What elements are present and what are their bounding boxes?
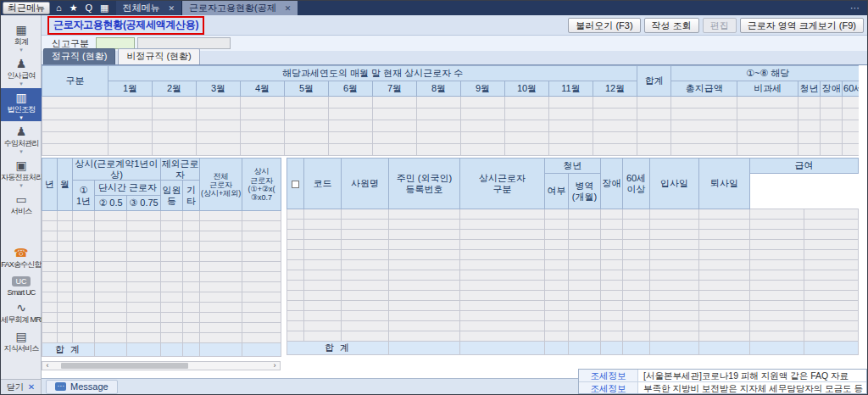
grid-cell[interactable] bbox=[569, 209, 601, 220]
grid-cell[interactable] bbox=[200, 313, 242, 323]
grid-cell[interactable] bbox=[804, 291, 859, 301]
grid-cell[interactable] bbox=[545, 209, 569, 220]
grid-cell[interactable] bbox=[750, 230, 804, 240]
grid-cell[interactable] bbox=[58, 292, 73, 303]
grid-cell[interactable] bbox=[304, 331, 342, 342]
grid-cell[interactable] bbox=[73, 221, 95, 231]
grid-cell[interactable] bbox=[545, 321, 569, 331]
grid-cell[interactable] bbox=[623, 240, 650, 250]
grid-cell[interactable] bbox=[460, 220, 545, 230]
grid-cell[interactable] bbox=[637, 132, 671, 144]
grid-cell[interactable] bbox=[304, 230, 342, 240]
grid-cell[interactable] bbox=[843, 120, 859, 132]
grid-cell[interactable] bbox=[242, 231, 281, 242]
grid-cell[interactable] bbox=[127, 303, 161, 313]
grid-cell[interactable] bbox=[389, 331, 460, 342]
close-icon[interactable]: ✕ bbox=[169, 4, 175, 13]
grid-cell[interactable] bbox=[601, 331, 623, 342]
grid-cell[interactable] bbox=[623, 209, 650, 220]
grid-cell[interactable] bbox=[804, 301, 859, 311]
grid-cell[interactable] bbox=[197, 108, 241, 120]
grid-cell[interactable] bbox=[342, 321, 389, 331]
grid-cell[interactable] bbox=[593, 144, 637, 156]
grid-cell[interactable] bbox=[601, 270, 623, 281]
grid-cell[interactable] bbox=[650, 260, 699, 270]
grid-cell[interactable] bbox=[569, 301, 601, 311]
grid-cell[interactable] bbox=[42, 303, 58, 313]
grid-cell[interactable] bbox=[389, 281, 460, 291]
grid-cell[interactable] bbox=[285, 108, 329, 120]
grid-cell[interactable] bbox=[200, 323, 242, 333]
grid-cell[interactable] bbox=[798, 144, 821, 156]
grid-cell[interactable] bbox=[108, 108, 153, 120]
grid-cell[interactable] bbox=[699, 240, 750, 250]
grid-cell[interactable] bbox=[200, 231, 242, 242]
grid-cell[interactable] bbox=[287, 250, 304, 260]
grid-cell[interactable] bbox=[650, 291, 699, 301]
grid-cell[interactable] bbox=[750, 331, 804, 342]
grid-cell[interactable] bbox=[671, 97, 737, 108]
grid-cell[interactable] bbox=[241, 97, 285, 108]
grid-cell[interactable] bbox=[671, 132, 737, 144]
grid-cell[interactable] bbox=[304, 209, 342, 220]
grid-cell[interactable] bbox=[637, 120, 671, 132]
grid-cell[interactable] bbox=[285, 132, 329, 144]
grid-cell[interactable] bbox=[183, 221, 200, 231]
grid-cell[interactable] bbox=[304, 291, 342, 301]
grid-cell[interactable] bbox=[737, 120, 798, 132]
grid-cell[interactable] bbox=[601, 260, 623, 270]
grid-cell[interactable] bbox=[798, 132, 821, 144]
grid-cell[interactable] bbox=[153, 120, 197, 132]
grid-cell[interactable] bbox=[42, 231, 58, 242]
grid-cell[interactable] bbox=[650, 250, 699, 260]
sidebar-item-서비스[interactable]: ▭서비스 bbox=[1, 190, 42, 218]
grid-cell[interactable] bbox=[200, 272, 242, 282]
grid-cell[interactable] bbox=[183, 252, 200, 262]
grid-cell[interactable] bbox=[373, 144, 417, 156]
grid-cell[interactable] bbox=[241, 132, 285, 144]
grid-cell[interactable] bbox=[601, 311, 623, 321]
grid-cell[interactable] bbox=[95, 323, 127, 333]
grid-cell[interactable] bbox=[737, 108, 798, 120]
grid-cell[interactable] bbox=[58, 242, 73, 252]
grid-cell[interactable] bbox=[58, 211, 73, 221]
grid-cell[interactable] bbox=[197, 97, 241, 108]
sidebar-item-수임처관리[interactable]: ♟수임처관리▾ bbox=[1, 122, 42, 155]
grid-cell[interactable] bbox=[161, 272, 183, 282]
grid-cell[interactable] bbox=[569, 270, 601, 281]
grid-cell[interactable] bbox=[623, 331, 650, 342]
grid-cell[interactable] bbox=[42, 108, 108, 120]
grid-cell[interactable] bbox=[242, 211, 281, 221]
sidebar-item-인사급여[interactable]: ♟인사급여▾ bbox=[1, 54, 42, 87]
grid-cell[interactable] bbox=[505, 97, 549, 108]
grid-cell[interactable] bbox=[73, 262, 95, 272]
tab-regular-status[interactable]: 정규직 (현황) bbox=[43, 48, 115, 64]
grid-cell[interactable] bbox=[549, 132, 593, 144]
grid-cell[interactable] bbox=[242, 242, 281, 252]
grid-cell[interactable] bbox=[108, 120, 153, 132]
grid-cell[interactable] bbox=[342, 250, 389, 260]
grid-cell[interactable] bbox=[287, 230, 304, 240]
grid-cell[interactable] bbox=[750, 240, 804, 250]
grid-cell[interactable] bbox=[699, 291, 750, 301]
grid-cell[interactable] bbox=[650, 321, 699, 331]
scroll-left-icon[interactable]: ‹ bbox=[42, 362, 53, 370]
grid-cell[interactable] bbox=[545, 260, 569, 270]
grid-cell[interactable] bbox=[750, 281, 804, 291]
grid-cell[interactable] bbox=[42, 132, 108, 144]
grid-cell[interactable] bbox=[329, 97, 373, 108]
grid-cell[interactable] bbox=[42, 144, 108, 156]
grid-cell[interactable] bbox=[304, 311, 342, 321]
recent-menu-button[interactable]: 최근메뉴 bbox=[3, 2, 50, 14]
grid-cell[interactable] bbox=[287, 291, 304, 301]
grid-cell[interactable] bbox=[699, 220, 750, 230]
grid-cell[interactable] bbox=[287, 311, 304, 321]
sidebar-item-법인조정[interactable]: ▥법인조정▾ bbox=[1, 88, 42, 121]
grid-cell[interactable] bbox=[389, 291, 460, 301]
grid-cell[interactable] bbox=[798, 97, 821, 108]
select-all-checkbox[interactable] bbox=[292, 181, 299, 188]
grid-cell[interactable] bbox=[73, 303, 95, 313]
grid-cell[interactable] bbox=[623, 301, 650, 311]
grid-cell[interactable] bbox=[821, 144, 843, 156]
grid-cell[interactable] bbox=[549, 97, 593, 108]
